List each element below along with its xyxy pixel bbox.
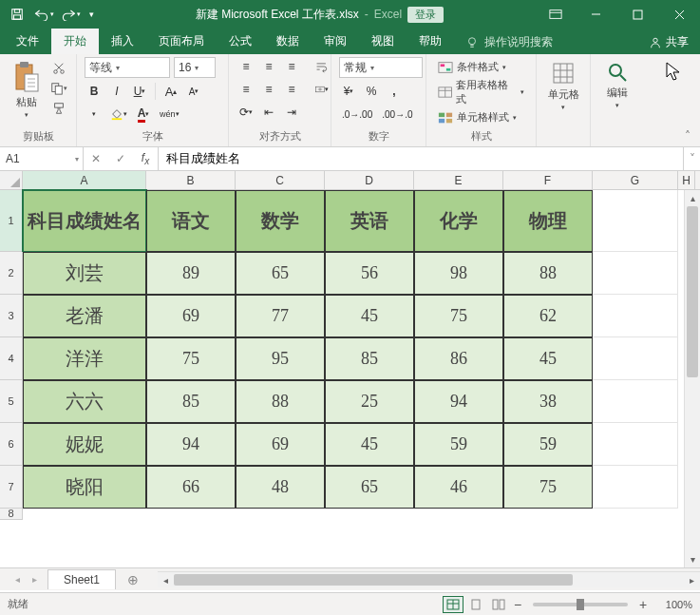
redo-button[interactable]: ▾ — [59, 3, 82, 26]
cell-E6[interactable]: 59 — [414, 423, 503, 466]
cell-C2[interactable]: 65 — [236, 252, 325, 295]
cell-C6[interactable]: 69 — [236, 423, 325, 466]
bold-button[interactable]: B — [85, 82, 104, 101]
row-header-4[interactable]: 4 — [0, 337, 23, 380]
underline-button[interactable]: U▾ — [130, 82, 149, 101]
name-box[interactable]: A1▾ — [0, 147, 84, 170]
tab-review[interactable]: 审阅 — [312, 29, 359, 54]
phonetic-button[interactable]: wén▾ — [157, 105, 182, 124]
conditional-format-button[interactable]: 条件格式▾ — [434, 59, 528, 75]
cell-F1[interactable]: 物理 — [503, 190, 593, 252]
cell-B6[interactable]: 94 — [146, 423, 236, 466]
expand-formula-bar[interactable]: ˅ — [683, 147, 700, 170]
col-header-B[interactable]: B — [146, 171, 236, 189]
cell-B2[interactable]: 89 — [146, 252, 236, 295]
add-sheet-button[interactable]: ⊕ — [120, 570, 146, 589]
login-badge[interactable]: 登录 — [407, 7, 444, 23]
font-size-combo[interactable]: 16▾ — [174, 57, 216, 78]
tab-insert[interactable]: 插入 — [99, 29, 146, 54]
cell-F4[interactable]: 45 — [503, 337, 593, 380]
chevron-down-icon[interactable]: ▾ — [75, 155, 79, 163]
format-painter-button[interactable] — [49, 100, 68, 117]
col-header-D[interactable]: D — [325, 171, 414, 189]
col-header-A[interactable]: A — [23, 171, 146, 189]
cell-G4[interactable] — [593, 337, 678, 380]
decrease-decimal-button[interactable]: .00→.0 — [379, 105, 415, 124]
save-button[interactable] — [6, 3, 28, 26]
cell-E4[interactable]: 86 — [414, 337, 503, 380]
cell-A5[interactable]: 六六 — [23, 380, 146, 423]
cell-G6[interactable] — [593, 423, 678, 466]
zoom-out-button[interactable]: − — [510, 597, 525, 612]
align-right-button[interactable]: ≡ — [282, 80, 301, 99]
cell-A3[interactable]: 老潘 — [23, 295, 146, 337]
paste-button[interactable]: 粘贴 ▾ — [8, 57, 46, 119]
cell-A4[interactable]: 洋洋 — [23, 337, 146, 380]
increase-decimal-button[interactable]: .0→.00 — [339, 105, 375, 124]
cell-B7[interactable]: 66 — [146, 466, 236, 509]
col-header-G[interactable]: G — [593, 171, 678, 189]
tab-help[interactable]: 帮助 — [407, 29, 454, 54]
editing-button[interactable]: 编辑▾ — [598, 57, 636, 109]
collapse-ribbon-button[interactable]: ˄ — [679, 127, 696, 144]
cell-F6[interactable]: 59 — [503, 423, 593, 466]
cell-C3[interactable]: 77 — [236, 295, 325, 337]
borders-button[interactable]: ▾ — [85, 105, 104, 124]
tab-formulas[interactable]: 公式 — [217, 29, 264, 54]
row-header-7[interactable]: 7 — [0, 466, 23, 509]
qat-customize[interactable]: ▾ — [85, 3, 97, 26]
align-left-button[interactable]: ≡ — [236, 80, 255, 99]
row-header-6[interactable]: 6 — [0, 423, 23, 466]
wrap-text-button[interactable] — [312, 57, 331, 76]
undo-button[interactable]: ▾ — [32, 3, 55, 26]
fill-color-button[interactable]: ▾ — [107, 105, 130, 124]
cell-E5[interactable]: 94 — [414, 380, 503, 423]
zoom-slider[interactable] — [533, 603, 628, 606]
confirm-edit-button[interactable]: ✓ — [108, 152, 133, 165]
cell-E7[interactable]: 46 — [414, 466, 503, 509]
cell-D1[interactable]: 英语 — [325, 190, 414, 252]
formula-input[interactable] — [159, 147, 683, 170]
cell-styles-button[interactable]: 单元格样式▾ — [434, 109, 528, 125]
copy-button[interactable]: ▾ — [49, 80, 68, 97]
scroll-thumb[interactable] — [687, 206, 698, 377]
accounting-button[interactable]: ¥▾ — [339, 82, 358, 101]
row-header-5[interactable]: 5 — [0, 380, 23, 423]
cell-A7[interactable]: 晓阳 — [23, 466, 146, 509]
align-top-button[interactable]: ≡ — [236, 57, 255, 76]
cell-D5[interactable]: 25 — [325, 380, 414, 423]
align-middle-button[interactable]: ≡ — [259, 57, 278, 76]
shrink-font-button[interactable]: A▾ — [184, 82, 203, 101]
ribbon-display-options[interactable] — [537, 3, 575, 26]
cell-B3[interactable]: 69 — [146, 295, 236, 337]
scroll-down-button[interactable]: ▾ — [685, 551, 700, 567]
col-header-E[interactable]: E — [414, 171, 503, 189]
row-header-8[interactable]: 8 — [0, 509, 23, 520]
cell-G7[interactable] — [593, 466, 678, 509]
cell-C5[interactable]: 88 — [236, 380, 325, 423]
sheet-nav-next[interactable]: ▸ — [27, 572, 42, 587]
cell-G5[interactable] — [593, 380, 678, 423]
cell-B1[interactable]: 语文 — [146, 190, 236, 252]
font-name-combo[interactable]: 等线▾ — [85, 57, 170, 78]
cell-C7[interactable]: 48 — [236, 466, 325, 509]
zoom-level[interactable]: 100% — [651, 599, 692, 610]
table-format-button[interactable]: 套用表格格式▾ — [434, 77, 528, 107]
cells-button[interactable]: 单元格▾ — [544, 57, 582, 111]
tab-page-layout[interactable]: 页面布局 — [146, 29, 217, 54]
orientation-button[interactable]: ⟳▾ — [236, 103, 255, 122]
normal-view-button[interactable] — [443, 596, 464, 613]
scroll-right-button[interactable]: ▸ — [684, 572, 700, 587]
grow-font-button[interactable]: A▴ — [161, 82, 180, 101]
cell-E2[interactable]: 98 — [414, 252, 503, 295]
cell-E3[interactable]: 75 — [414, 295, 503, 337]
cell-F3[interactable]: 62 — [503, 295, 593, 337]
cell-D6[interactable]: 45 — [325, 423, 414, 466]
cell-D2[interactable]: 56 — [325, 252, 414, 295]
cell-A2[interactable]: 刘芸 — [23, 252, 146, 295]
row-header-3[interactable]: 3 — [0, 295, 23, 337]
close-button[interactable] — [658, 0, 700, 29]
cell-B4[interactable]: 75 — [146, 337, 236, 380]
share-button[interactable]: 共享 — [643, 32, 694, 52]
increase-indent-button[interactable]: ⇥ — [282, 103, 301, 122]
